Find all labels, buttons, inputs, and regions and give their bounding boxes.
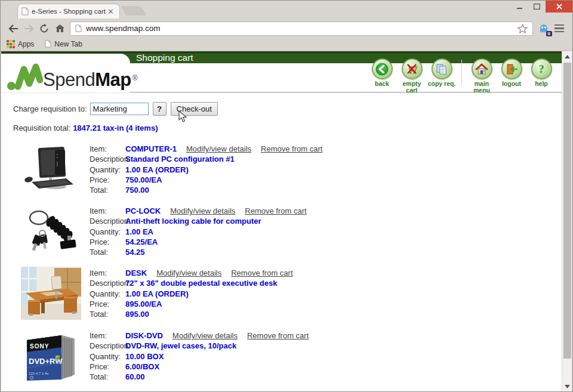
remove-link[interactable]: Remove from cart bbox=[247, 331, 309, 341]
product-image-lock bbox=[21, 205, 81, 258]
item-fields: Item:PC-LOCKModify/view detailsRemove fr… bbox=[90, 205, 307, 258]
modify-link[interactable]: Modify/view details bbox=[170, 206, 235, 216]
cart-item-computer: Item:COMPUTER-1Modify/view detailsRemove… bbox=[21, 143, 322, 196]
url-text: www.spendmap.com bbox=[86, 24, 517, 33]
svg-text:SONY: SONY bbox=[30, 343, 49, 350]
window-close-button[interactable] bbox=[546, 1, 572, 13]
product-image-computer bbox=[21, 143, 81, 196]
page-scrollbar[interactable] bbox=[562, 51, 572, 391]
item-description: Anti-theft locking cable for computer bbox=[125, 216, 261, 226]
item-price: 895.00/EA bbox=[125, 299, 162, 309]
bookmark-apps[interactable]: Apps bbox=[7, 40, 34, 48]
page-icon bbox=[45, 40, 51, 48]
item-description: Standard PC configuration #1 bbox=[125, 154, 235, 164]
url-box[interactable]: www.spendmap.com bbox=[70, 21, 533, 36]
forward-button[interactable] bbox=[21, 21, 36, 36]
item-total: 54.25 bbox=[125, 247, 145, 257]
bookmark-new-tab[interactable]: New Tab bbox=[45, 40, 82, 48]
cart-item-desk: Item:DESKModify/view detailsRemove from … bbox=[21, 267, 293, 320]
item-quantity: 1.00 EA (ORDER) bbox=[125, 165, 189, 175]
cart-red-x-icon bbox=[405, 63, 418, 76]
copy-req-button[interactable]: copy req. bbox=[427, 58, 457, 87]
item-fields: Item:DESKModify/view detailsRemove from … bbox=[90, 267, 293, 320]
chrome-menu-icon[interactable] bbox=[551, 21, 568, 36]
item-code: PC-LOCK bbox=[125, 206, 161, 216]
bookmark-star-icon[interactable] bbox=[517, 24, 528, 33]
cart-item-lock: Item:PC-LOCKModify/view detailsRemove fr… bbox=[21, 205, 307, 258]
browser-tab[interactable]: e-Series - Shopping cart ✕ bbox=[17, 4, 120, 18]
cart-item-dvd: SONY DVD+RW 10 120 4.7 1-4x Item:DISK-DV… bbox=[21, 329, 309, 382]
lookup-button[interactable]: ? bbox=[153, 102, 167, 116]
window-minimize-button[interactable] bbox=[511, 1, 528, 13]
item-fields: Item:DISK-DVDModify/view detailsRemove f… bbox=[90, 329, 309, 382]
spendmap-header: Shopping cart SpendMap ® back bbox=[1, 51, 562, 92]
scroll-up-icon[interactable] bbox=[562, 51, 572, 61]
svg-text:10: 10 bbox=[56, 356, 60, 360]
nav-separator bbox=[461, 60, 462, 85]
item-total: 60.00 bbox=[125, 372, 145, 382]
extension-ghost-icon[interactable]: 0 bbox=[537, 21, 551, 36]
modify-link[interactable]: Modify/view details bbox=[172, 331, 238, 341]
item-description: DVD-RW, jewel cases, 10/pack bbox=[125, 341, 236, 351]
mouse-cursor bbox=[178, 110, 187, 126]
item-price: 54.25/EA bbox=[125, 237, 158, 247]
back-button[interactable] bbox=[5, 21, 21, 36]
door-exit-icon bbox=[505, 63, 518, 76]
browser-addressbar: www.spendmap.com 0 bbox=[1, 19, 572, 38]
main-menu-button[interactable]: main menu bbox=[467, 58, 497, 94]
logo-text: SpendMap bbox=[43, 69, 131, 91]
browser-window: e-Series - Shopping cart ✕ www.spendmap.… bbox=[0, 0, 573, 392]
item-fields: Item:COMPUTER-1Modify/view detailsRemove… bbox=[90, 143, 322, 196]
product-image-dvd: SONY DVD+RW 10 120 4.7 1-4x bbox=[21, 329, 81, 382]
page-favicon-icon bbox=[21, 7, 29, 16]
copy-documents-icon bbox=[435, 63, 448, 76]
window-controls bbox=[511, 1, 572, 13]
scrollbar-thumb[interactable] bbox=[563, 63, 571, 359]
item-code: DISK-DVD bbox=[125, 331, 163, 341]
remove-link[interactable]: Remove from cart bbox=[231, 268, 292, 278]
question-mark-icon: ? bbox=[535, 63, 548, 76]
remove-link[interactable]: Remove from cart bbox=[245, 206, 306, 216]
item-price: 750.00/EA bbox=[125, 175, 162, 185]
back-nav-button[interactable]: back bbox=[367, 58, 397, 87]
logout-button[interactable]: logout bbox=[497, 58, 526, 87]
item-code: COMPUTER-1 bbox=[125, 144, 177, 154]
modify-link[interactable]: Modify/view details bbox=[156, 268, 221, 278]
page-content: Shopping cart SpendMap ® back bbox=[1, 51, 562, 391]
item-total: 750.00 bbox=[125, 185, 149, 195]
house-icon bbox=[475, 63, 488, 76]
spendmap-logo: SpendMap ® bbox=[6, 60, 137, 91]
page-icon bbox=[75, 24, 82, 32]
tab-close-icon[interactable]: ✕ bbox=[106, 7, 116, 16]
browser-titlebar: e-Series - Shopping cart ✕ bbox=[1, 1, 572, 18]
new-tab-button[interactable] bbox=[121, 6, 147, 16]
charge-label: Charge requisition to: bbox=[13, 104, 87, 113]
spendmap-logo-mark bbox=[6, 60, 43, 91]
svg-text:120 4.7 1-4x: 120 4.7 1-4x bbox=[29, 372, 48, 375]
item-code: DESK bbox=[125, 268, 147, 278]
help-button[interactable]: ? help bbox=[526, 58, 556, 87]
apps-label: Apps bbox=[18, 40, 34, 48]
item-quantity: 1.00 EA bbox=[125, 227, 153, 237]
back-circle-arrow-icon bbox=[375, 63, 389, 76]
item-price: 6.00/BOX bbox=[125, 362, 159, 372]
tab-title: e-Series - Shopping cart bbox=[32, 8, 106, 15]
empty-cart-button[interactable]: empty cart bbox=[397, 58, 427, 94]
item-quantity: 10.00 BOX bbox=[125, 351, 164, 362]
charge-requisition-input[interactable] bbox=[90, 103, 149, 115]
page-title: Shopping cart bbox=[136, 53, 193, 63]
logo-panel: SpendMap ® bbox=[1, 54, 130, 92]
header-nav-buttons: back empty cart copy req. main menu bbox=[367, 58, 556, 94]
window-maximize-button[interactable] bbox=[528, 1, 546, 13]
scroll-down-icon[interactable] bbox=[562, 381, 572, 391]
logo-registered-mark: ® bbox=[133, 74, 138, 82]
remove-link[interactable]: Remove from cart bbox=[261, 144, 322, 154]
svg-text:?: ? bbox=[538, 63, 544, 75]
item-description: 72" x 36" double pedestal executive desk bbox=[125, 278, 277, 288]
new-tab-label: New Tab bbox=[54, 40, 82, 48]
modify-link[interactable]: Modify/view details bbox=[186, 144, 251, 154]
home-button[interactable] bbox=[52, 21, 67, 36]
bookmarks-bar: Apps New Tab bbox=[1, 38, 572, 51]
item-total: 895.00 bbox=[125, 309, 149, 319]
reload-button[interactable] bbox=[36, 21, 52, 36]
